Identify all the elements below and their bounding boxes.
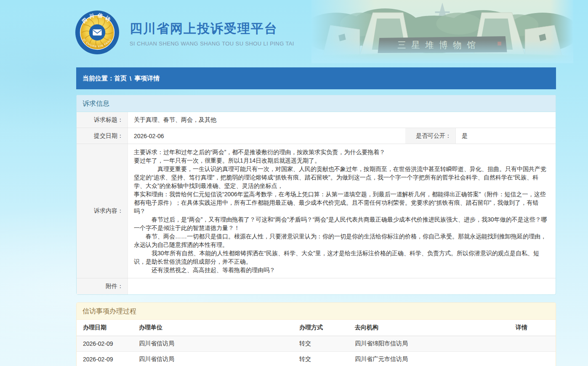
- cell-date: 2026-02-09: [77, 336, 136, 352]
- attachment-label: 附件：: [77, 278, 128, 294]
- breadcrumb-home-link[interactable]: 首页: [114, 75, 127, 83]
- table-row: 2026-02-09 四川省信访局 转交 四川省绵阳市信访局: [77, 336, 556, 352]
- cell-method: 转交: [296, 352, 351, 366]
- process-table: 办理日期 办理单位 办理方式 去向机构 详情 2026-02-09 四川省信访局…: [77, 320, 556, 366]
- col-header-detail: 详情: [512, 320, 556, 336]
- col-header-date: 办理日期: [77, 320, 136, 336]
- cell-unit: 四川省信访局: [136, 336, 296, 352]
- cell-target: 四川省广元市信访局: [351, 352, 512, 366]
- complaint-content-value: 主要诉求：过年和过年之后的“两会”，都不是推诿敷衍的理由，按政策求实负责，为什么…: [128, 144, 556, 278]
- process-panel: 信访事项办理过程 办理日期 办理单位 办理方式 去向机构 详情 2026-02-…: [76, 302, 556, 366]
- complaint-content-label: 诉求内容：: [77, 144, 128, 278]
- public-visibility-label: 是否可公开：: [405, 128, 456, 144]
- field-row-title: 诉求标题： 关于真理、春节、两会，及其他: [77, 112, 556, 128]
- cell-target: 四川省绵阳市信访局: [351, 336, 512, 352]
- submit-date-label: 提交日期：: [77, 128, 128, 144]
- complaint-panel-title: 诉求信息: [77, 95, 556, 112]
- public-visibility-value: 是: [456, 128, 556, 144]
- field-row-date: 提交日期： 2026-02-06 是否可公开： 是: [77, 128, 556, 144]
- breadcrumb-current: 事项详情: [134, 75, 160, 83]
- cell-method: 转交: [296, 336, 351, 352]
- col-header-method: 办理方式: [296, 320, 351, 336]
- complaint-panel: 诉求信息 诉求标题： 关于真理、春节、两会，及其他 提交日期： 2026-02-…: [76, 95, 556, 295]
- site-title: 四川省网上投诉受理平台: [130, 20, 294, 37]
- cell-detail: [512, 352, 556, 366]
- field-row-content: 诉求内容： 主要诉求：过年和过年之后的“两会”，都不是推诿敷衍的理由，按政策求实…: [77, 144, 556, 278]
- complaint-title-value: 关于真理、春节、两会，及其他: [128, 112, 556, 128]
- envelope-icon: [93, 29, 101, 35]
- banner-photo: 三星堆博物馆: [311, 0, 573, 63]
- col-header-target: 去向机构: [351, 320, 512, 336]
- site-subtitle: SI CHUAN SHENG WANG SHANG TOU SU SHOU LI…: [130, 40, 294, 47]
- complaint-title-label: 诉求标题：: [77, 112, 128, 128]
- site-brand: 四川信访 SI CHUAN XIN FANG 四川省网上投诉受理平台 SI CH…: [75, 10, 294, 55]
- page-background: { "page": { "title": "四川省网上投诉受理平台", "sub…: [0, 0, 588, 366]
- col-header-unit: 办理单位: [136, 320, 296, 336]
- table-header-row: 办理日期 办理单位 办理方式 去向机构 详情: [77, 320, 556, 336]
- breadcrumb-location-label: 当前位置：: [82, 75, 114, 83]
- cell-date: 2026-02-09: [77, 352, 136, 366]
- attachment-value: [128, 278, 556, 294]
- breadcrumb: 当前位置： 首页 \ 事项详情: [76, 67, 556, 89]
- table-row: 2026-02-09 四川省信访局 转交 四川省广元市信访局: [77, 352, 556, 366]
- cell-unit: 四川省信访局: [136, 352, 296, 366]
- site-logo-icon: 四川信访 SI CHUAN XIN FANG: [75, 10, 120, 55]
- field-row-attachment: 附件：: [77, 278, 556, 294]
- submit-date-value: 2026-02-06: [128, 128, 405, 144]
- breadcrumb-separator: \: [130, 75, 131, 82]
- process-panel-title: 信访事项办理过程: [77, 303, 556, 320]
- cell-detail: [512, 336, 556, 352]
